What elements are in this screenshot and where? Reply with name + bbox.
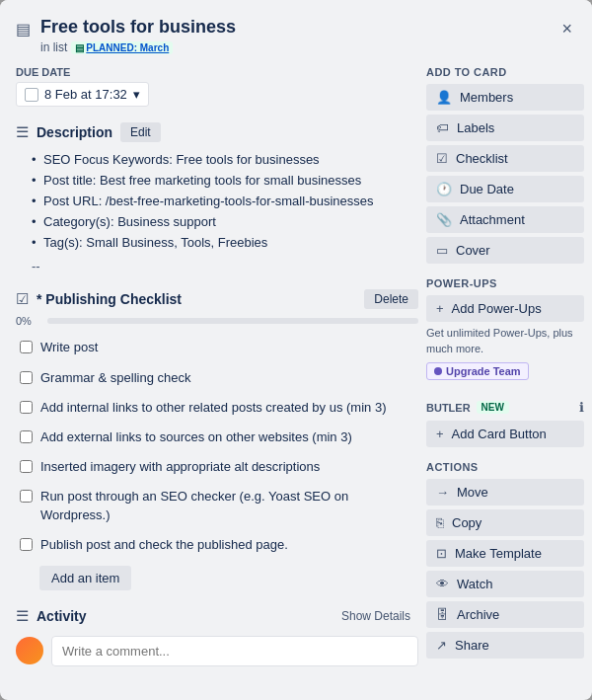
checklist-item[interactable]: Run post through an SEO checker (e.g. Yo…	[16, 484, 418, 527]
plus-icon: +	[436, 301, 444, 316]
upgrade-team-badge[interactable]: Upgrade Team	[426, 362, 529, 380]
list-item: Post title: Best free marketing tools fo…	[32, 171, 418, 192]
watch-button[interactable]: 👁 Watch	[426, 571, 584, 597]
description-icon: ☰	[16, 123, 29, 141]
list-item: Tag(s): Small Business, Tools, Freebies	[32, 233, 418, 254]
checklist-checkbox[interactable]	[20, 371, 33, 384]
add-card-button-btn[interactable]: + Add Card Button	[426, 421, 584, 447]
upgrade-dot	[434, 367, 442, 375]
progress-percentage: 0%	[16, 315, 39, 327]
show-details-button[interactable]: Show Details	[333, 606, 418, 626]
attachment-button[interactable]: 📎 Attachment	[426, 206, 584, 233]
members-label: Members	[460, 90, 513, 105]
archive-button[interactable]: 🗄 Archive	[426, 601, 584, 628]
checklist-item[interactable]: Grammar & spelling check	[16, 365, 418, 391]
list-link[interactable]: PLANNED: March	[86, 42, 169, 53]
due-date-side-label: Due Date	[460, 182, 514, 196]
main-column: DUE DATE 8 Feb at 17:32 ▾ ☰ Description …	[8, 66, 426, 688]
planned-badge: ▤ PLANNED: March	[71, 41, 173, 54]
description-section: ☰ Description Edit SEO Focus Keywords: F…	[8, 122, 418, 273]
move-label: Move	[457, 485, 488, 500]
description-header: ☰ Description Edit	[16, 122, 418, 142]
add-item-button[interactable]: Add an item	[39, 566, 131, 590]
butler-row: BUTLER NEW ℹ	[426, 400, 584, 415]
activity-title: Activity	[37, 608, 326, 624]
checklist-checkbox[interactable]	[20, 538, 33, 551]
description-list: SEO Focus Keywords: Free tools for busin…	[16, 150, 418, 253]
copy-label: Copy	[452, 515, 481, 530]
plus-card-icon: +	[436, 427, 444, 441]
due-date-checkbox[interactable]	[25, 88, 38, 102]
list-item: Post URL: /best-free-marketing-tools-for…	[32, 192, 418, 212]
activity-section: ☰ Activity Show Details	[8, 606, 418, 666]
checklist-item[interactable]: Publish post and check the published pag…	[16, 532, 418, 558]
share-icon: ↗	[436, 638, 447, 653]
cover-label: Cover	[456, 243, 490, 258]
checklist-checkbox[interactable]	[20, 430, 33, 443]
powerups-section: POWER-UPS + Add Power-Ups Get unlimited …	[426, 277, 584, 386]
cover-button[interactable]: ▭ Cover	[426, 237, 584, 264]
move-button[interactable]: → Move	[426, 479, 584, 506]
checklist-item-text: Add internal links to other related post…	[40, 399, 386, 417]
powerups-label: POWER-UPS	[426, 277, 584, 289]
edit-description-button[interactable]: Edit	[120, 122, 161, 142]
copy-icon: ⎘	[436, 515, 444, 530]
close-button[interactable]: ×	[557, 16, 576, 41]
make-template-button[interactable]: ⊡ Make Template	[426, 540, 584, 567]
checklist-item[interactable]: Inserted imagery with appropriate alt de…	[16, 454, 418, 480]
checklist-item-text: Publish post and check the published pag…	[40, 536, 288, 554]
checklist-item[interactable]: Add external links to sources on other w…	[16, 425, 418, 450]
modal-body: DUE DATE 8 Feb at 17:32 ▾ ☰ Description …	[0, 54, 592, 700]
checklist-item[interactable]: Add internal links to other related post…	[16, 395, 418, 421]
checklist-section: ☑ * Publishing Checklist Delete 0% Write…	[8, 289, 418, 590]
checklist-item-text: Inserted imagery with appropriate alt de…	[40, 458, 320, 476]
archive-label: Archive	[457, 607, 499, 622]
checklist-checkbox[interactable]	[20, 341, 33, 353]
members-button[interactable]: 👤 Members	[426, 84, 584, 111]
watch-label: Watch	[457, 577, 492, 591]
checklist-item-text: Write post	[40, 339, 98, 356]
share-button[interactable]: ↗ Share	[426, 632, 584, 659]
add-powerups-button[interactable]: + Add Power-Ups	[426, 295, 584, 322]
list-item: Category(s): Business support	[32, 212, 418, 233]
card-subtitle: in list ▤ PLANNED: March	[40, 40, 548, 54]
delete-checklist-button[interactable]: Delete	[364, 289, 418, 309]
checklist-item[interactable]: Write post	[16, 335, 418, 360]
subtitle-text: in list	[40, 40, 67, 54]
actions-label: ACTIONS	[426, 461, 584, 473]
add-to-card-label: ADD TO CARD	[426, 66, 584, 78]
header-content: Free tools for business in list ▤ PLANNE…	[40, 16, 548, 54]
attachment-icon: 📎	[436, 212, 452, 227]
powerups-description: Get unlimited Power-Ups, plus much more.	[426, 326, 584, 356]
activity-icon: ☰	[16, 607, 29, 625]
template-icon: ⊡	[436, 546, 447, 561]
members-icon: 👤	[436, 90, 452, 105]
info-icon[interactable]: ℹ	[579, 400, 584, 415]
checklist-checkbox[interactable]	[20, 490, 33, 503]
list-item: SEO Focus Keywords: Free tools for busin…	[32, 150, 418, 171]
activity-header: ☰ Activity Show Details	[16, 606, 418, 626]
labels-button[interactable]: 🏷 Labels	[426, 115, 584, 141]
labels-icon: 🏷	[436, 120, 449, 135]
checklist-button[interactable]: ☑ Checklist	[426, 145, 584, 172]
progress-bar-background	[47, 318, 418, 324]
card-title: Free tools for business	[40, 16, 548, 39]
due-date-button-side[interactable]: 🕐 Due Date	[426, 176, 584, 202]
make-template-label: Make Template	[455, 546, 542, 561]
comment-input[interactable]	[51, 636, 418, 666]
butler-label: BUTLER	[426, 402, 471, 414]
checklist-checkbox[interactable]	[20, 401, 33, 414]
copy-button[interactable]: ⎘ Copy	[426, 509, 584, 536]
checklist-checkbox[interactable]	[20, 460, 33, 473]
description-title: Description	[37, 124, 112, 140]
comment-row	[16, 636, 418, 666]
add-to-card-section: ADD TO CARD 👤 Members 🏷 Labels ☑ Checkli…	[426, 66, 584, 264]
labels-label: Labels	[457, 120, 494, 135]
checklist-item-text: Run post through an SEO checker (e.g. Yo…	[40, 488, 414, 523]
progress-row: 0%	[16, 315, 418, 327]
butler-section: BUTLER NEW ℹ + Add Card Button	[426, 400, 584, 447]
checklist-item-text: Add external links to sources on other w…	[40, 428, 352, 446]
due-date-button[interactable]: 8 Feb at 17:32 ▾	[16, 82, 149, 107]
add-powerups-label: Add Power-Ups	[452, 301, 542, 316]
description-dash: --	[16, 259, 418, 273]
